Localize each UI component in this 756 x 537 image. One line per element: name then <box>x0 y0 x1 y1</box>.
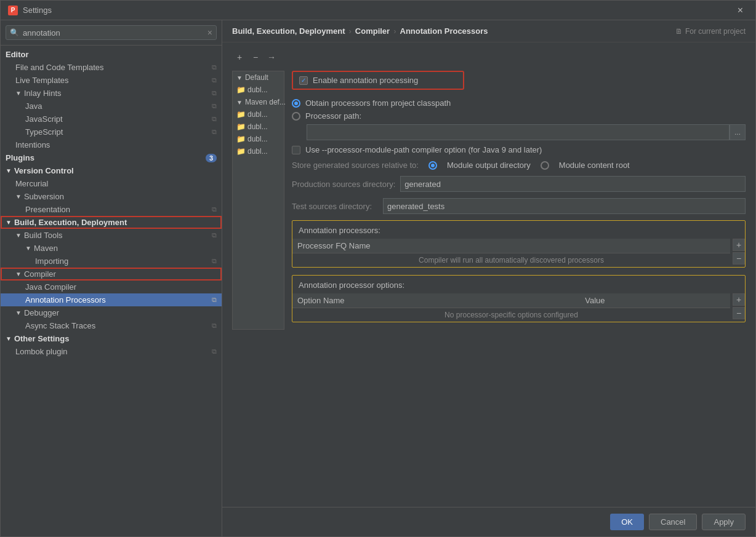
apply-button[interactable]: Apply <box>702 514 746 530</box>
sidebar-item-debugger[interactable]: ▼ Debugger <box>1 306 222 319</box>
expand-arrow: ▼ <box>6 167 12 174</box>
main-content: 🔍 × Editor File and Code Templates ⧉ Liv… <box>1 20 755 536</box>
project-link[interactable]: 🗎 For current project <box>675 27 746 36</box>
profile-default[interactable]: ▼ Default <box>233 71 284 84</box>
sidebar-item-importing[interactable]: Importing ⧉ <box>1 255 222 268</box>
enable-checkbox[interactable] <box>299 76 308 85</box>
sidebar: 🔍 × Editor File and Code Templates ⧉ Liv… <box>1 20 222 536</box>
sidebar-item-lombok[interactable]: Lombok plugin ⧉ <box>1 345 222 358</box>
obtain-radio[interactable] <box>292 99 300 108</box>
obtain-label: Obtain processors from project classpath <box>305 98 451 108</box>
options-table-area: Option Name Value No processor-specific … <box>292 293 745 322</box>
options-empty-row: No processor-specific options configured <box>292 308 730 322</box>
add-button[interactable]: + <box>232 50 247 65</box>
option-value-header: Value <box>580 293 730 308</box>
search-clear-button[interactable]: × <box>207 28 212 38</box>
sidebar-item-live-templates[interactable]: Live Templates ⧉ <box>1 74 222 87</box>
sidebar-item-compiler[interactable]: ▼ Compiler <box>1 268 222 280</box>
sidebar-item-editor[interactable]: Editor <box>1 48 222 61</box>
production-sources-input[interactable] <box>400 176 746 192</box>
sidebar-item-mercurial[interactable]: Mercurial <box>1 177 222 190</box>
sidebar-item-annotation-processors[interactable]: Annotation Processors ⧉ <box>1 293 222 306</box>
breadcrumb: Build, Execution, Deployment › Compiler … <box>222 20 755 42</box>
sidebar-item-build-exec-deploy[interactable]: ▼ Build, Execution, Deployment <box>1 216 222 229</box>
window-title: Settings <box>23 6 733 15</box>
sidebar-item-build-tools[interactable]: ▼ Build Tools ⧉ <box>1 229 222 242</box>
profile-dubl3[interactable]: 📁 dubl... <box>233 121 284 133</box>
folder-icon: 📁 <box>236 122 246 131</box>
processors-empty-message: Compiler will run all automatically disc… <box>292 253 730 268</box>
sidebar-item-subversion[interactable]: ▼ Subversion <box>1 190 222 203</box>
settings-window: P Settings × 🔍 × Editor File and Code Te… <box>0 0 756 537</box>
sidebar-item-java-compiler[interactable]: Java Compiler <box>1 280 222 293</box>
options-remove-button[interactable]: − <box>733 307 745 319</box>
annotation-options-box: Annotation processor options: Option Nam… <box>292 275 746 322</box>
sidebar-item-typescript[interactable]: TypeScript ⧉ <box>1 125 222 138</box>
navigate-button[interactable]: → <box>264 50 279 65</box>
plugins-badge: 3 <box>206 154 217 162</box>
processor-path-field-row: ... <box>307 124 746 140</box>
search-input[interactable] <box>23 28 207 38</box>
right-panel: Build, Execution, Deployment › Compiler … <box>222 20 755 536</box>
enable-annotation-section: Enable annotation processing <box>292 71 464 90</box>
sidebar-item-other-settings[interactable]: ▼ Other Settings <box>1 332 222 345</box>
production-label: Production sources directory: <box>292 180 395 189</box>
profile-dubl1[interactable]: 📁 dubl... <box>233 84 284 96</box>
options-area: Enable annotation processing Obtain proc… <box>292 71 746 330</box>
processors-table: Processor FQ Name Compiler will run all … <box>292 239 730 267</box>
copy-icon: ⧉ <box>212 257 217 265</box>
annotation-options-title: Annotation processor options: <box>292 276 745 293</box>
processor-path-radio[interactable] <box>292 112 300 121</box>
profile-dubl4[interactable]: 📁 dubl... <box>233 133 284 145</box>
options-table: Option Name Value No processor-specific … <box>292 293 730 322</box>
processor-path-input[interactable] <box>307 124 730 140</box>
use-module-row: Use --processor-module-path compiler opt… <box>292 145 746 154</box>
bottom-bar: OK Cancel Apply <box>222 507 755 536</box>
test-sources-row: Test sources directory: <box>292 198 746 214</box>
enable-label: Enable annotation processing <box>313 76 418 85</box>
copy-icon: ⧉ <box>212 89 217 97</box>
processors-table-container: Processor FQ Name Compiler will run all … <box>292 239 730 267</box>
profile-dubl2[interactable]: 📁 dubl... <box>233 108 284 121</box>
processors-add-button[interactable]: + <box>733 239 745 251</box>
sidebar-item-maven[interactable]: ▼ Maven <box>1 242 222 255</box>
expand-arrow: ▼ <box>6 219 12 226</box>
sidebar-item-presentation[interactable]: Presentation ⧉ <box>1 203 222 216</box>
sidebar-item-async-stack-traces[interactable]: Async Stack Traces ⧉ <box>1 319 222 332</box>
options-add-button[interactable]: + <box>733 293 745 306</box>
sidebar-item-file-code-templates[interactable]: File and Code Templates ⧉ <box>1 61 222 74</box>
annotation-processors-box: Annotation processors: Processor FQ Name <box>292 220 746 268</box>
breadcrumb-sep2: › <box>393 26 396 36</box>
profiles-tree: ▼ Default 📁 dubl... ▼ Maven def... 📁 <box>232 71 284 330</box>
sidebar-item-plugins[interactable]: Plugins 3 <box>1 151 222 164</box>
option-name-header: Option Name <box>292 293 580 308</box>
remove-button[interactable]: − <box>248 50 263 65</box>
use-module-checkbox[interactable] <box>292 146 300 154</box>
folder-icon: 📁 <box>236 135 246 143</box>
expand-arrow: ▼ <box>15 90 22 97</box>
module-content-radio[interactable] <box>541 161 549 170</box>
sidebar-item-java[interactable]: Java ⧉ <box>1 100 222 113</box>
test-label: Test sources directory: <box>292 202 378 211</box>
expand-arrow: ▼ <box>15 271 22 277</box>
sidebar-item-intentions[interactable]: Intentions <box>1 138 222 151</box>
processor-path-section: Processor path: ... <box>292 111 746 140</box>
processors-remove-button[interactable]: − <box>733 252 745 265</box>
folder-icon: 📁 <box>236 86 246 94</box>
sidebar-item-version-control[interactable]: ▼ Version Control <box>1 164 222 177</box>
test-sources-input[interactable] <box>383 198 746 214</box>
ok-button[interactable]: OK <box>610 514 644 530</box>
module-output-radio[interactable] <box>428 161 437 170</box>
copy-icon: ⧉ <box>212 115 217 123</box>
close-button[interactable]: × <box>733 2 748 18</box>
browse-button[interactable]: ... <box>730 124 746 140</box>
profile-dubl5[interactable]: 📁 dubl... <box>233 145 284 157</box>
copy-icon: ⧉ <box>212 205 217 213</box>
sidebar-item-javascript[interactable]: JavaScript ⧉ <box>1 113 222 125</box>
profile-maven-def[interactable]: ▼ Maven def... <box>233 96 284 108</box>
copy-icon: ⧉ <box>212 322 217 330</box>
cancel-button[interactable]: Cancel <box>649 514 697 530</box>
sidebar-item-inlay-hints[interactable]: ▼ Inlay Hints ⧉ <box>1 87 222 100</box>
main-toolbar: + − → <box>232 50 746 65</box>
breadcrumb-part2: Compiler <box>355 26 390 36</box>
